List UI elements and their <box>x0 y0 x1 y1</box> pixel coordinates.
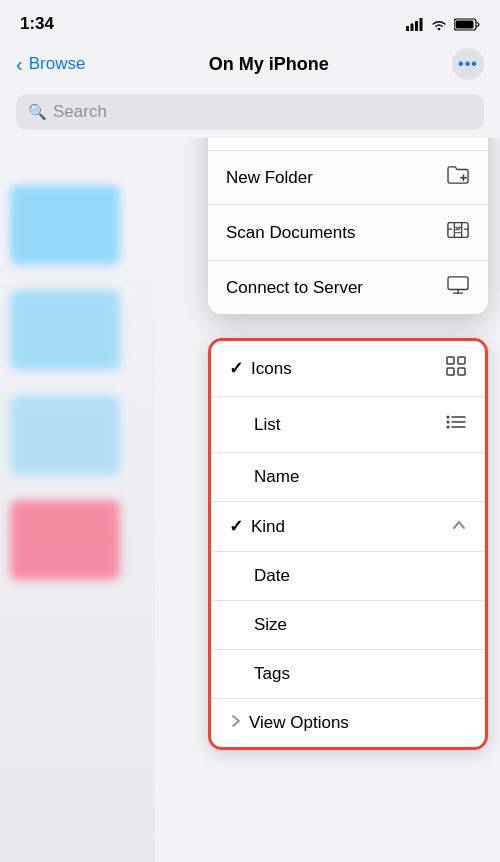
scan-documents-label: Scan Documents <box>226 223 355 243</box>
svg-rect-14 <box>447 357 454 364</box>
page-title: On My iPhone <box>209 54 329 75</box>
status-bar: 1:34 <box>0 0 500 40</box>
list-label: List <box>254 415 280 435</box>
svg-point-20 <box>447 421 450 424</box>
tags-label: Tags <box>254 664 290 684</box>
signal-icon <box>406 18 424 31</box>
bg-blob-2 <box>10 290 120 370</box>
svg-rect-2 <box>415 21 418 31</box>
size-left: Size <box>229 615 287 635</box>
battery-icon <box>454 18 480 31</box>
menu-item-connect-server[interactable]: Connect to Server <box>208 261 488 314</box>
name-left: Name <box>229 467 299 487</box>
search-bar-container: 🔍 Search <box>0 88 500 138</box>
svg-point-4 <box>438 27 441 30</box>
icons-label: Icons <box>251 359 292 379</box>
svg-rect-6 <box>456 20 474 28</box>
search-icon: 🔍 <box>28 103 47 121</box>
view-sort-section: ✓ Icons List <box>208 338 488 750</box>
list-bullet-icon <box>445 411 467 438</box>
kind-chevron-up-icon <box>451 517 467 537</box>
view-options-chevron-icon <box>229 714 243 732</box>
svg-rect-0 <box>406 26 409 31</box>
svg-rect-17 <box>458 368 465 375</box>
more-button[interactable]: ••• <box>452 48 484 80</box>
menu-item-new-folder[interactable]: New Folder <box>208 151 488 205</box>
name-label: Name <box>254 467 299 487</box>
list-left: List <box>229 415 280 435</box>
status-icons <box>406 18 480 31</box>
bg-blob-3 <box>10 395 120 475</box>
connect-server-icon <box>446 275 470 300</box>
back-label: Browse <box>29 54 86 74</box>
menu-item-scan-documents[interactable]: Scan Documents <box>208 205 488 261</box>
view-list-item[interactable]: List <box>211 397 485 453</box>
kind-checkmark: ✓ <box>229 516 243 537</box>
search-placeholder: Search <box>53 102 107 122</box>
search-bar[interactable]: 🔍 Search <box>16 94 484 130</box>
scan-documents-icon <box>446 219 470 246</box>
view-options-item[interactable]: View Options <box>211 699 485 747</box>
icons-left: ✓ Icons <box>229 358 292 379</box>
svg-rect-15 <box>458 357 465 364</box>
ellipsis-icon: ••• <box>458 55 478 73</box>
svg-rect-11 <box>448 277 468 290</box>
sort-kind-item[interactable]: ✓ Kind <box>211 502 485 552</box>
kind-left: ✓ Kind <box>229 516 285 537</box>
view-options-label: View Options <box>249 713 349 733</box>
svg-rect-16 <box>447 368 454 375</box>
date-label: Date <box>254 566 290 586</box>
sort-date-item[interactable]: Date <box>211 552 485 601</box>
tags-left: Tags <box>229 664 290 684</box>
connect-server-label: Connect to Server <box>226 278 363 298</box>
view-icons-item[interactable]: ✓ Icons <box>211 341 485 397</box>
wifi-icon <box>430 18 448 31</box>
sort-size-item[interactable]: Size <box>211 601 485 650</box>
date-left: Date <box>229 566 290 586</box>
sort-tags-item[interactable]: Tags <box>211 650 485 699</box>
svg-point-22 <box>447 426 450 429</box>
icons-checkmark: ✓ <box>229 358 243 379</box>
status-time: 1:34 <box>20 14 54 34</box>
svg-rect-1 <box>411 23 414 31</box>
back-button[interactable]: ‹ Browse <box>16 53 85 76</box>
sort-name-item[interactable]: Name <box>211 453 485 502</box>
icons-grid-icon <box>445 355 467 382</box>
svg-point-18 <box>447 416 450 419</box>
bg-blob-1 <box>10 185 120 265</box>
back-chevron-icon: ‹ <box>16 53 23 76</box>
bg-blob-4 <box>10 500 120 580</box>
svg-rect-3 <box>420 18 423 31</box>
size-label: Size <box>254 615 287 635</box>
kind-label: Kind <box>251 517 285 537</box>
new-folder-label: New Folder <box>226 168 313 188</box>
nav-header: ‹ Browse On My iPhone ••• <box>0 40 500 88</box>
new-folder-icon <box>446 165 470 190</box>
